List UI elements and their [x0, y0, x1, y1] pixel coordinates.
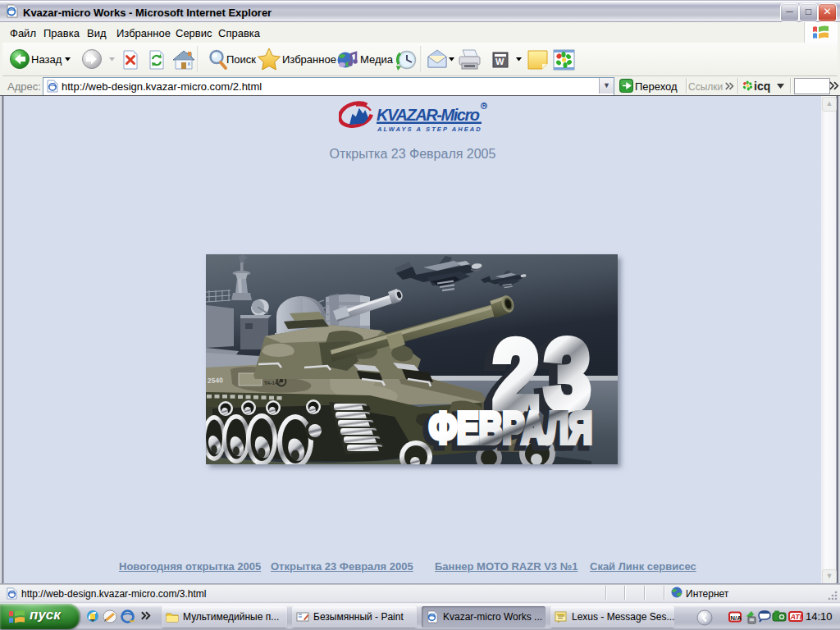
svg-text:ALWAYS A STEP AHEAD: ALWAYS A STEP AHEAD — [377, 126, 482, 133]
svg-text:KVAZAR-Micro: KVAZAR-Micro — [377, 106, 480, 124]
svg-text:Медиа: Медиа — [360, 53, 394, 66]
svg-text:Избранное: Избранное — [282, 53, 336, 66]
svg-text:Назад: Назад — [31, 53, 62, 66]
svg-text:2540: 2540 — [208, 376, 224, 385]
svg-text:N/A: N/A — [730, 614, 742, 622]
svg-text:ФЕВРАЛЯ: ФЕВРАЛЯ — [429, 403, 592, 452]
svg-text:R: R — [482, 103, 486, 108]
svg-text:W: W — [495, 57, 504, 66]
svg-text:Поиск: Поиск — [226, 53, 256, 66]
svg-text:ATI: ATI — [790, 613, 802, 621]
